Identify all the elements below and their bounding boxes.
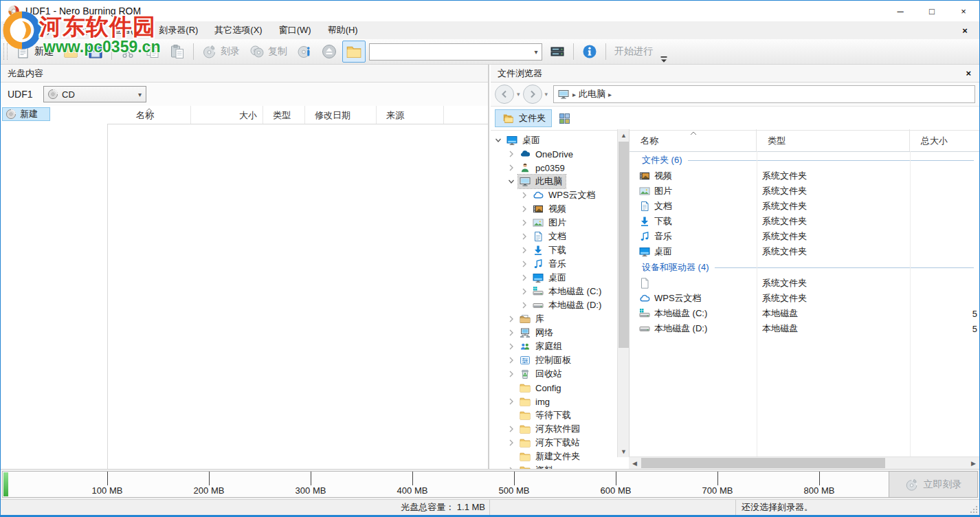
chevron-right-icon[interactable] — [506, 355, 516, 365]
tree-item[interactable]: 河东下载站 — [491, 436, 617, 450]
list-horizontal-scrollbar[interactable]: ◀ ▶ — [629, 456, 979, 470]
chevron-right-icon[interactable] — [506, 342, 516, 351]
tree-item[interactable]: 图片 — [491, 216, 617, 230]
tree-item[interactable]: 回收站 — [491, 367, 617, 381]
scroll-right-icon[interactable]: ▶ — [968, 457, 979, 469]
tree-item[interactable]: 河东软件园 — [491, 422, 617, 436]
disc-info-button[interactable] — [293, 41, 316, 63]
cut-button[interactable] — [116, 41, 140, 63]
folders-view-button[interactable]: 文件夹 — [495, 109, 552, 127]
file-row[interactable]: WPS云文档系统文件夹 — [630, 291, 979, 306]
eject-button[interactable] — [318, 41, 341, 63]
tree-item[interactable]: WPS云文档 — [491, 188, 617, 202]
menu-item[interactable]: 刻录器(R) — [151, 21, 206, 39]
tree-item[interactable]: 下载 — [491, 243, 617, 257]
chevron-down-icon[interactable] — [506, 177, 516, 186]
file-row[interactable]: 图片系统文件夹 — [630, 184, 979, 199]
maximize-button[interactable]: □ — [916, 1, 948, 21]
tree-item[interactable]: 库 — [491, 312, 617, 326]
chevron-right-icon[interactable] — [506, 328, 516, 338]
column-header[interactable]: 类型 — [263, 106, 305, 124]
scroll-down-icon[interactable]: ▼ — [618, 446, 630, 457]
copy-button[interactable] — [141, 41, 164, 63]
drives-button[interactable] — [546, 41, 569, 63]
tree-item[interactable]: img — [491, 395, 617, 408]
tree-item[interactable]: 本地磁盘 (D:) — [491, 298, 617, 312]
minimize-button[interactable]: ─ — [884, 1, 916, 21]
menu-item[interactable]: 窗口(W) — [271, 21, 320, 39]
tree-item[interactable]: Config — [491, 381, 617, 395]
recorder-combo[interactable]: ▾ — [369, 43, 542, 60]
file-row[interactable]: 本地磁盘 (C:)本地磁盘5 — [630, 306, 979, 321]
resize-grip[interactable] — [969, 505, 979, 514]
scroll-up-icon[interactable]: ▲ — [618, 129, 630, 141]
menu-item[interactable]: 查看(V) — [104, 21, 151, 39]
chevron-right-icon[interactable] — [506, 149, 516, 159]
chevron-right-icon[interactable] — [520, 204, 529, 214]
tree-item[interactable]: 控制面板 — [491, 353, 617, 367]
disc-type-dropdown[interactable]: CD ▾ — [43, 86, 146, 102]
file-row[interactable]: 本地磁盘 (D:)本地磁盘5 — [630, 321, 979, 336]
toolbar-overflow-button[interactable] — [658, 45, 670, 65]
column-header[interactable]: 类型 — [757, 129, 910, 151]
chevron-right-icon[interactable] — [506, 163, 516, 173]
tree-item[interactable]: OneDrive — [491, 147, 617, 161]
column-header[interactable]: 修改日期 — [305, 106, 377, 124]
column-header[interactable]: 大小 — [191, 106, 263, 124]
chevron-right-icon[interactable] — [506, 424, 516, 434]
chevron-right-icon[interactable] — [520, 218, 529, 228]
tree-item[interactable]: 文档 — [491, 230, 617, 243]
list-group-header[interactable]: 文件夹 (6) — [630, 152, 979, 168]
copy-disc-button[interactable]: 复制 — [245, 41, 291, 63]
tree-item[interactable]: 桌面 — [491, 133, 617, 147]
forward-button[interactable] — [523, 85, 542, 104]
chevron-right-icon[interactable] — [520, 245, 529, 255]
file-row[interactable]: 系统文件夹 — [630, 276, 979, 291]
compilation-root-item[interactable]: 新建 — [2, 107, 50, 121]
file-row[interactable]: 视频系统文件夹 — [630, 168, 979, 184]
chevron-right-icon[interactable] — [506, 314, 516, 324]
paste-button[interactable] — [166, 41, 189, 63]
column-header[interactable]: 来源 — [377, 106, 444, 124]
file-browser-toggle-button[interactable] — [342, 41, 366, 63]
chevron-right-icon[interactable] — [520, 190, 529, 200]
chevron-right-icon[interactable] — [506, 438, 516, 448]
tree-item[interactable]: 网络 — [491, 326, 617, 340]
tree-item[interactable]: 视频 — [491, 202, 617, 216]
chevron-right-icon[interactable] — [520, 300, 529, 310]
chevron-right-icon[interactable] — [520, 273, 529, 283]
menu-item[interactable]: 其它选项(X) — [206, 21, 270, 39]
burn-now-button[interactable]: 立即刻录 — [889, 471, 978, 498]
scrollbar-thumb[interactable] — [641, 458, 885, 468]
thumbnails-view-button[interactable] — [556, 110, 572, 126]
back-button[interactable] — [495, 85, 514, 104]
panel-close-icon[interactable]: × — [966, 65, 979, 82]
file-row[interactable]: 文档系统文件夹 — [630, 199, 979, 214]
tree-scrollbar[interactable]: ▲ ▼ — [617, 129, 630, 457]
forward-history-dropdown[interactable]: ▾ — [545, 91, 548, 98]
list-group-header[interactable]: 设备和驱动器 (4) — [630, 259, 979, 276]
tree-item[interactable]: pc0359 — [491, 161, 617, 175]
tree-item[interactable]: 等待下载 — [491, 408, 617, 422]
menu-item[interactable]: 帮助(H) — [320, 21, 366, 39]
menu-item[interactable]: 编辑(E) — [58, 21, 104, 39]
chevron-right-icon[interactable] — [520, 287, 529, 296]
tree-item[interactable]: 桌面 — [491, 271, 617, 285]
scroll-left-icon[interactable]: ◀ — [629, 457, 641, 469]
file-row[interactable]: 音乐系统文件夹 — [630, 229, 979, 244]
scrollbar-thumb[interactable] — [619, 142, 629, 348]
file-row[interactable]: 桌面系统文件夹 — [630, 244, 979, 259]
burn-button[interactable]: 刻录 — [198, 41, 244, 63]
breadcrumb[interactable]: ▸ 此电脑 ▸ — [553, 85, 975, 103]
chevron-right-icon[interactable] — [520, 232, 529, 241]
start-button[interactable]: 开始进行 — [610, 42, 657, 61]
tree-item[interactable]: 此电脑 — [491, 175, 617, 188]
back-history-dropdown[interactable]: ▾ — [517, 91, 520, 98]
chevron-right-icon[interactable] — [520, 259, 529, 269]
tree-item[interactable]: 本地磁盘 (C:) — [491, 285, 617, 298]
save-button[interactable] — [84, 41, 107, 63]
chevron-right-icon[interactable] — [506, 369, 516, 379]
column-header[interactable]: 总大小 — [910, 129, 979, 151]
info-button[interactable] — [578, 41, 601, 63]
chevron-down-icon[interactable] — [493, 135, 503, 145]
